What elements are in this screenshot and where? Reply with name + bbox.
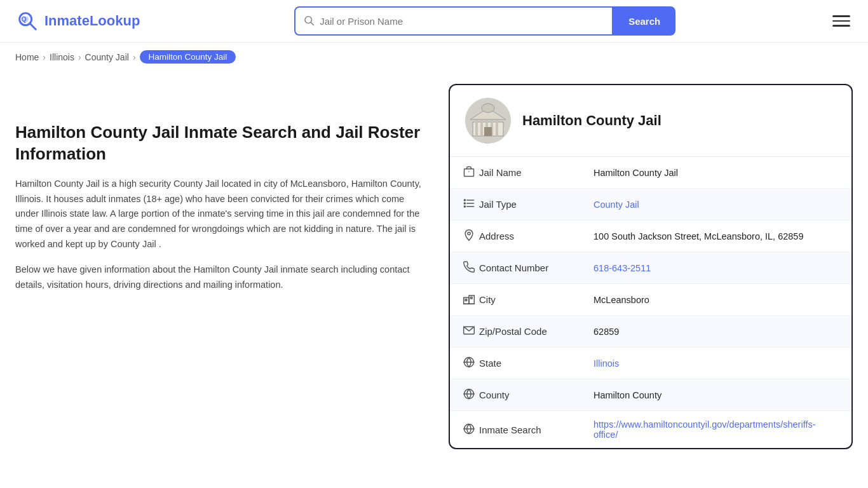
- row-label-inmate-search: Inmate Search: [479, 411, 581, 449]
- breadcrumb-current: Hamilton County Jail: [140, 50, 236, 64]
- county-icon: [450, 379, 479, 411]
- row-value-city: McLeansboro: [581, 284, 851, 316]
- breadcrumb-sep: ›: [43, 52, 46, 62]
- city-icon: [450, 284, 479, 316]
- breadcrumb-home[interactable]: Home: [15, 52, 39, 62]
- svg-rect-28: [465, 299, 467, 301]
- svg-rect-8: [475, 118, 478, 136]
- svg-line-1: [30, 24, 36, 30]
- mail-icon: [450, 316, 479, 348]
- menu-button[interactable]: [830, 10, 853, 32]
- row-value-inmate-search[interactable]: https://www.hamiltoncountyil.gov/departm…: [581, 411, 851, 449]
- svg-point-24: [468, 232, 470, 234]
- list-icon: [450, 189, 479, 220]
- jail-card-header: Hamilton County Jail: [450, 85, 851, 157]
- row-label-address: Address: [479, 220, 581, 252]
- row-value-county: Hamilton County: [581, 379, 851, 411]
- breadcrumb-county-jail[interactable]: County Jail: [85, 52, 129, 62]
- jail-card: Hamilton County Jail Jail NameHamilton C…: [449, 84, 853, 449]
- row-label-county: County: [479, 379, 581, 411]
- jail-name-heading: Hamilton County Jail: [522, 112, 661, 129]
- table-row: CountyHamilton County: [450, 379, 851, 411]
- row-label-jail-type: Jail Type: [479, 189, 581, 220]
- search-globe-icon: [450, 411, 479, 449]
- row-link-inmate-search[interactable]: https://www.hamiltoncountyil.gov/departm…: [593, 419, 816, 440]
- svg-text:Q: Q: [22, 16, 27, 23]
- breadcrumb-illinois[interactable]: Illinois: [50, 52, 74, 62]
- globe-icon: [450, 348, 479, 379]
- svg-rect-9: [480, 118, 483, 136]
- row-label-jail-name: Jail Name: [479, 157, 581, 189]
- search-input-wrap: [294, 6, 613, 36]
- description-2: Below we have given information about th…: [15, 262, 428, 293]
- row-label-state: State: [479, 348, 581, 379]
- svg-line-5: [311, 22, 314, 25]
- row-label-city: City: [479, 284, 581, 316]
- row-value-state[interactable]: Illinois: [581, 348, 851, 379]
- logo-text: InmateLookup: [44, 13, 140, 29]
- table-row: Inmate Searchhttps://www.hamiltoncountyi…: [450, 411, 851, 449]
- info-table: Jail NameHamilton County JailJail TypeCo…: [450, 157, 851, 448]
- search-icon: [303, 15, 320, 28]
- row-label-zip: Zip/Postal Code: [479, 316, 581, 348]
- avatar: [465, 98, 511, 144]
- header: Q InmateLookup Search: [0, 0, 868, 43]
- row-value-address: 100 South Jackson Street, McLeansboro, I…: [581, 220, 851, 252]
- svg-point-23: [464, 206, 465, 207]
- table-row: Address100 South Jackson Street, McLeans…: [450, 220, 851, 252]
- logo-link[interactable]: Q InmateLookup: [15, 9, 140, 33]
- logo-icon: Q: [15, 9, 39, 33]
- search-input[interactable]: [320, 16, 604, 27]
- breadcrumb-sep: ›: [133, 52, 136, 62]
- svg-rect-16: [465, 169, 474, 177]
- svg-point-22: [464, 203, 465, 204]
- table-row: CityMcLeansboro: [450, 284, 851, 316]
- table-row: Jail TypeCounty Jail: [450, 189, 851, 220]
- page-title: Hamilton County Jail Inmate Search and J…: [15, 122, 428, 165]
- main-content: Hamilton County Jail Inmate Search and J…: [0, 71, 868, 475]
- table-row: Contact Number618-643-2511: [450, 252, 851, 284]
- row-value-jail-type[interactable]: County Jail: [581, 189, 851, 220]
- hamburger-line: [832, 25, 850, 27]
- table-row: Zip/Postal Code62859: [450, 316, 851, 348]
- search-bar: Search: [294, 6, 675, 36]
- svg-point-14: [482, 104, 494, 112]
- left-column: Hamilton County Jail Inmate Search and J…: [15, 84, 428, 449]
- row-value-zip: 62859: [581, 316, 851, 348]
- svg-rect-15: [484, 127, 492, 136]
- row-label-contact: Contact Number: [479, 252, 581, 284]
- row-link-jail-type[interactable]: County Jail: [593, 200, 639, 210]
- building-icon: [450, 157, 479, 189]
- search-button[interactable]: Search: [613, 6, 675, 36]
- row-link-state[interactable]: Illinois: [593, 358, 619, 369]
- breadcrumb-sep: ›: [78, 52, 81, 62]
- svg-point-21: [464, 200, 465, 201]
- table-row: Jail NameHamilton County Jail: [450, 157, 851, 189]
- phone-icon: [450, 252, 479, 284]
- svg-rect-12: [496, 118, 498, 136]
- hamburger-line: [832, 15, 850, 17]
- pin-icon: [450, 220, 479, 252]
- row-link-contact[interactable]: 618-643-2511: [593, 263, 651, 273]
- hamburger-line: [832, 20, 850, 22]
- svg-rect-29: [471, 297, 473, 299]
- row-value-jail-name: Hamilton County Jail: [581, 157, 851, 189]
- table-row: StateIllinois: [450, 348, 851, 379]
- description-1: Hamilton County Jail is a high security …: [15, 177, 428, 253]
- right-column: Hamilton County Jail Jail NameHamilton C…: [449, 84, 853, 449]
- row-value-contact[interactable]: 618-643-2511: [581, 252, 851, 284]
- breadcrumb: Home › Illinois › County Jail › Hamilton…: [0, 43, 868, 71]
